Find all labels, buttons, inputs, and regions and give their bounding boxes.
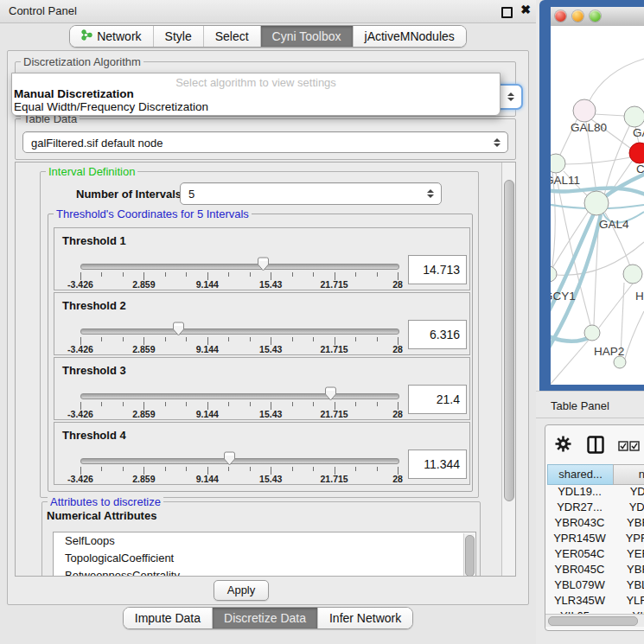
network-node-small-node[interactable] [614,356,626,368]
threshold-slider-track[interactable] [80,328,399,335]
column-split-icon[interactable] [587,436,604,457]
float-window-button[interactable] [501,7,513,18]
network-canvas[interactable]: GAL80GALCGAL11GAL4GCY1HHAP2 [551,26,644,385]
threshold-slider-handle[interactable] [172,322,185,336]
network-node-h-node[interactable] [623,265,642,284]
cell-name: YDR27... [613,501,644,513]
threshold-slider-handle[interactable] [257,257,270,271]
threshold-slider-track[interactable] [80,264,399,270]
settings-scrollbar-thumb[interactable] [504,180,514,501]
threshold-label: Threshold 3 [62,364,126,377]
cell-name: YLR345W [613,594,644,607]
network-node-selected-red-node[interactable] [629,143,644,163]
table-data-combobox-value: galFiltered.sif default node [31,136,163,149]
threshold-value-field[interactable]: 6.316 [408,320,467,349]
bottom-tab-label: Discretize Data [224,611,306,625]
threshold-value-field[interactable]: 14.713 [408,255,467,284]
algorithm-option-equal-width-frequency-discretization[interactable]: Equal Width/Frequency Discretization [14,100,208,113]
mac-minimize-button[interactable] [572,10,583,22]
threshold-row-3: Threshold 3-3.4262.8599.14415.4321.71528… [54,357,470,420]
mac-close-button[interactable] [555,10,566,22]
tab-label: jActiveMNodules [365,29,455,43]
tab-label: Select [215,29,249,43]
table-horizontal-scrollbar[interactable] [545,614,644,627]
network-node-gcy1[interactable] [551,266,557,282]
mac-zoom-button[interactable] [590,10,601,22]
attribute-item-betweennesscentrality[interactable]: BetweennessCentrality [54,567,475,577]
slider-tick-labels: -3.4262.8599.14415.4321.71528 [80,474,398,483]
algorithm-dropdown-popup: Select algorithm to view settings Manual… [11,73,501,116]
network-node-gal11[interactable] [551,154,565,173]
attribute-item-selfloops[interactable]: SelfLoops [54,532,475,550]
table-data-combobox[interactable]: galFiltered.sif default node [22,131,508,153]
table-hscrollbar-thumb[interactable] [548,616,638,626]
threshold-slider-track[interactable] [80,393,399,399]
attributes-list-scrollbar[interactable] [463,533,475,577]
bottom-tab-label: Infer Network [329,611,401,625]
network-node-gal4[interactable] [584,191,609,215]
bottom-tab-label: Impute Data [135,611,201,625]
tab-jactivemnodules[interactable]: jActiveMNodules [353,26,466,47]
threshold-slider-track[interactable] [80,458,399,464]
bottom-tab-infer-network[interactable]: Infer Network [317,608,412,628]
column-header-shared-name[interactable]: shared... [547,464,614,485]
gear-icon[interactable] [555,436,571,456]
interval-definition-group-title: Interval Definition [46,165,137,178]
network-window-titlebar[interactable] [551,7,644,27]
network-node-label: GAL11 [551,174,580,187]
threshold-value-field[interactable]: 21.4 [408,385,467,414]
bottom-tab-impute-data[interactable]: Impute Data [124,608,212,628]
threshold-slider-handle[interactable] [324,386,337,401]
cell-name: YBR045C [613,563,644,576]
cyni-toolbox-panel: Discretization Algorithm Table Data galF… [7,50,529,605]
discretization-algorithm-group-title: Discretization Algorithm [21,55,143,68]
close-window-button[interactable]: ✖ [520,3,531,16]
numerical-attributes-list: SelfLoopsTopologicalCoefficientBetweenne… [53,532,476,577]
attributes-group: Attributes to discretize Numerical Attri… [41,501,481,577]
checkboxes-icon[interactable] [618,439,641,455]
network-node-label: HAP2 [594,345,624,358]
table-row[interactable]: YDR27...YDR27... [547,501,644,516]
table-row[interactable]: YBR045CYBR045C [547,563,644,578]
table-row[interactable]: YLR345WYLR345W [547,594,644,609]
table-data-group: Table Data galFiltered.sif default node [15,118,516,160]
cell-name: YDL19... [613,485,644,498]
apply-button[interactable]: Apply [214,580,269,601]
table-row[interactable]: YDL19...YDL19... [547,485,644,501]
algorithm-option-manual-discretization[interactable]: Manual Discretization [14,87,134,100]
table-row[interactable]: YPR145WYPR145W [547,532,644,547]
column-header-name[interactable]: name [613,464,644,485]
network-node-gal80[interactable] [573,99,596,122]
table-row[interactable]: YBL079WYBL079W [547,578,644,594]
slider-tick-labels: -3.4262.8599.14415.4321.71528 [80,409,398,418]
number-of-intervals-value: 5 [188,188,194,201]
control-panel-title: Control Panel [9,4,77,17]
settings-vertical-scrollbar[interactable] [501,163,515,576]
table-panel-title: Table Panel [551,399,609,412]
attribute-item-topologicalcoefficient[interactable]: TopologicalCoefficient [54,550,475,567]
tab-style[interactable]: Style [153,26,203,47]
threshold-row-1: Threshold 1-3.4262.8599.14415.4321.71528… [54,227,470,290]
node-table-browser: shared... name YDL19...YDL19...YDR27...Y… [545,424,644,631]
cell-shared-name: YBR043C [547,516,612,529]
table-row[interactable]: YER054CYER054C [547,547,644,563]
network-node-gal-right[interactable] [624,106,644,127]
cell-shared-name: YER054C [547,547,612,560]
tab-select[interactable]: Select [203,26,260,47]
threshold-value-field[interactable]: 11.344 [408,450,467,479]
screen: Control Panel ✖ NetworkStyleSelectCyni T… [0,0,644,644]
bottom-tab-discretize-data[interactable]: Discretize Data [212,608,317,628]
network-node-hap2[interactable] [584,325,600,341]
number-of-intervals-label: Number of Intervals [76,188,182,201]
number-of-intervals-combobox[interactable]: 5 [180,182,442,205]
network-node-label: GAL80 [571,121,607,134]
slider-tick-labels: -3.4262.8599.14415.4321.71528 [80,344,398,354]
table-row[interactable]: YBR043CYBR043C [547,516,644,532]
network-tab-icon [81,29,92,43]
threshold-label: Threshold 1 [62,234,126,247]
tab-cyni-toolbox[interactable]: Cyni Toolbox [260,26,353,47]
tab-network[interactable]: Network [70,26,152,47]
network-node-label: GAL4 [599,218,629,231]
tab-label: Style [165,29,192,43]
threshold-slider-handle[interactable] [223,451,236,466]
